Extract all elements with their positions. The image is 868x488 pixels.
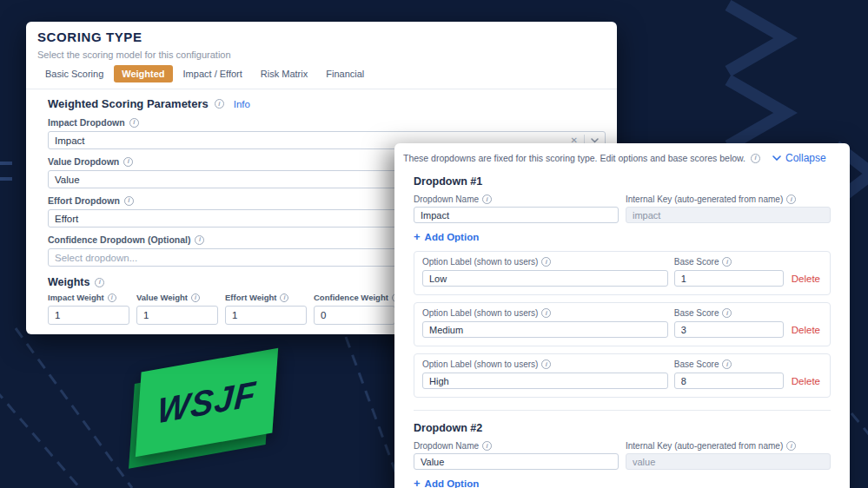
base-score-label: Base Scorei: [674, 308, 784, 318]
info-icon: i: [191, 293, 200, 302]
add-option-label: Add Option: [425, 232, 480, 242]
selected-value: Impact: [55, 135, 85, 146]
option-label-input[interactable]: [422, 270, 668, 287]
confidence-weight-field: Confidence Weighti: [314, 293, 395, 325]
info-icon: i: [215, 99, 224, 109]
delete-option-button[interactable]: Delete: [790, 376, 822, 389]
collapse-label: Collapse: [785, 152, 826, 164]
base-score-input[interactable]: [674, 321, 784, 338]
internal-key-label: Internal Key (auto-generated from name)i: [626, 195, 831, 204]
add-option-button[interactable]: + Add Option: [414, 478, 479, 488]
chevron-down-icon: [772, 155, 781, 161]
info-icon: i: [722, 359, 732, 369]
option-label-label: Option Label (shown to users)i: [422, 308, 668, 318]
dropdown-name-label: Dropdown Namei: [414, 195, 619, 204]
info-icon: i: [123, 157, 133, 167]
info-icon: i: [95, 278, 104, 287]
chevron-right-icon: [728, 5, 785, 71]
dropdown-2-section: Dropdown #2 Dropdown Namei Internal Key …: [394, 422, 850, 488]
base-score-label: Base Scorei: [674, 257, 784, 267]
plus-icon: +: [414, 478, 421, 488]
impact-weight-input[interactable]: [48, 306, 129, 325]
scoring-type-tabs: Basic Scoring Weighted Impact / Effort R…: [37, 65, 606, 82]
option-row: Option Label (shown to users)i Base Scor…: [414, 302, 831, 346]
tab-weighted[interactable]: Weighted: [114, 65, 172, 82]
wsjf-ticket-text: WSJF: [156, 373, 258, 431]
section-header: Weighted Scoring Parameters i Info: [48, 97, 606, 110]
page-title: SCORING TYPE: [37, 30, 606, 44]
add-option-button[interactable]: + Add Option: [414, 231, 479, 242]
tab-basic-scoring[interactable]: Basic Scoring: [37, 65, 111, 82]
screen: WSJF SCORING TYPE Select the scoring mod…: [0, 0, 868, 488]
selected-value: Effort: [55, 214, 78, 224]
collapse-button[interactable]: Collapse: [772, 152, 826, 164]
placeholder-value: Select dropdown...: [55, 253, 137, 263]
delete-option-button[interactable]: Delete: [790, 325, 822, 338]
info-icon: i: [108, 293, 116, 302]
tab-impact-effort[interactable]: Impact / Effort: [176, 65, 250, 82]
weights-title: Weights: [48, 276, 89, 288]
dropdown-2-name-input[interactable]: [414, 453, 619, 470]
chevron-right-icon: [728, 80, 785, 146]
base-score-label: Base Scorei: [674, 359, 784, 369]
info-icon: i: [195, 235, 204, 245]
dropdown-2-heading: Dropdown #2: [414, 422, 831, 434]
weight-label: Confidence Weight: [314, 293, 388, 302]
weight-label: Value Weight: [136, 293, 188, 302]
info-icon: i: [751, 154, 760, 163]
option-label-label: Option Label (shown to users)i: [422, 257, 668, 267]
info-icon: i: [722, 308, 732, 318]
info-icon: i: [541, 308, 551, 318]
option-row: Option Label (shown to users)i Base Scor…: [414, 251, 831, 295]
tab-risk-matrix[interactable]: Risk Matrix: [253, 65, 315, 82]
editor-header: These dropdowns are fixed for this scori…: [394, 143, 850, 164]
dropdown-2-key-input: [626, 453, 831, 470]
add-option-label: Add Option: [425, 478, 480, 488]
confidence-weight-input[interactable]: [314, 306, 395, 325]
chevron-down-icon: [591, 138, 599, 143]
info-icon: i: [482, 441, 492, 451]
field-label-text: Value Dropdown: [48, 156, 119, 167]
dropdown-1-key-input: [626, 207, 831, 223]
field-label-text: Confidence Dropdown (Optional): [48, 234, 190, 245]
weight-label: Impact Weight: [48, 293, 104, 302]
base-score-input[interactable]: [674, 270, 784, 287]
internal-key-label: Internal Key (auto-generated from name)i: [626, 441, 831, 451]
value-weight-field: Value Weighti: [136, 293, 218, 325]
dashed-line: [851, 413, 868, 476]
effort-weight-input[interactable]: [225, 306, 307, 325]
dashed-line: [0, 375, 80, 488]
dropdown-editor-panel: These dropdowns are fixed for this scori…: [394, 143, 850, 488]
info-icon: i: [129, 118, 139, 128]
dropdown-1-heading: Dropdown #1: [414, 175, 831, 188]
info-icon: i: [786, 195, 796, 204]
info-link[interactable]: Info: [234, 99, 250, 109]
panel-header: SCORING TYPE Select the scoring model fo…: [26, 22, 617, 82]
field-label-text: Impact Dropdown: [48, 117, 125, 128]
tab-financial[interactable]: Financial: [318, 65, 372, 82]
divider: [414, 410, 831, 411]
effort-weight-field: Effort Weighti: [225, 293, 307, 325]
base-score-input[interactable]: [674, 373, 784, 389]
info-icon: i: [482, 195, 492, 204]
dropdown-1-name-input[interactable]: [414, 207, 619, 223]
info-icon: i: [541, 257, 551, 267]
option-label-label: Option Label (shown to users)i: [422, 359, 668, 369]
option-row: Option Label (shown to users)i Base Scor…: [414, 353, 831, 398]
info-icon: i: [722, 257, 732, 267]
delete-option-button[interactable]: Delete: [790, 274, 822, 287]
dashed-line: [346, 337, 401, 488]
dropdown-1-section: Dropdown #1 Dropdown Namei Internal Key …: [394, 175, 850, 411]
field-label-text: Effort Dropdown: [48, 195, 120, 206]
impact-weight-field: Impact Weighti: [48, 293, 129, 325]
info-icon: i: [541, 359, 551, 369]
option-label-input[interactable]: [422, 321, 668, 338]
value-weight-input[interactable]: [136, 306, 218, 325]
impact-dropdown-label: Impact Dropdown i: [48, 117, 606, 128]
info-icon: i: [786, 441, 796, 451]
info-icon: i: [124, 196, 134, 206]
option-label-input[interactable]: [422, 373, 668, 389]
selected-value: Value: [55, 175, 80, 185]
page-subtitle: Select the scoring model for this config…: [37, 49, 606, 60]
section-title: Weighted Scoring Parameters: [48, 97, 209, 110]
